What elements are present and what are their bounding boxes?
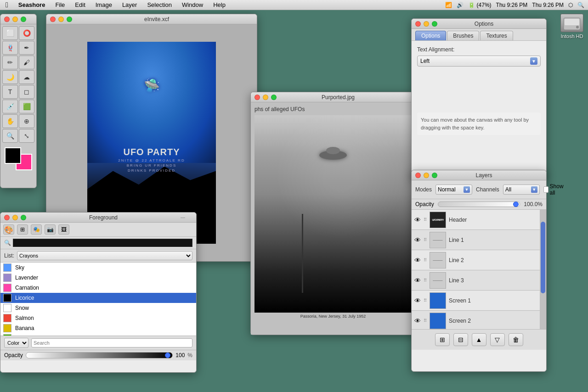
layers-scrollbar[interactable] — [540, 210, 546, 329]
handle-icon: ⠿ — [424, 278, 427, 283]
move-down-button[interactable]: ▽ — [490, 333, 505, 346]
menu-window[interactable]: Window — [180, 1, 205, 8]
tool-burn[interactable]: 🌙 — [2, 70, 18, 84]
menu-selection[interactable]: Selection — [145, 1, 173, 8]
tool-transform[interactable]: ⊕ — [19, 114, 34, 128]
menu-file[interactable]: File — [53, 1, 67, 8]
menu-help[interactable]: Help — [211, 1, 227, 8]
layer-item[interactable]: 👁 ⠿ Screen 2 — [412, 311, 546, 329]
hd-icon[interactable]: Intosh HD — [560, 14, 583, 39]
maximize-button[interactable] — [432, 21, 437, 27]
dropdown-arrow-icon: ▼ — [530, 57, 537, 65]
color-search-box[interactable] — [31, 338, 192, 347]
tool-zoom[interactable]: 🔍 — [2, 129, 18, 143]
tab-textures[interactable]: Textures — [480, 31, 513, 40]
list-item[interactable]: Sky — [0, 263, 196, 273]
duplicate-layer-button[interactable]: ⊟ — [453, 333, 468, 346]
list-item[interactable]: Snow — [0, 303, 196, 313]
add-layer-button[interactable]: ⊞ — [435, 333, 450, 346]
layer-item[interactable]: 👁 ⠿ Screen 1 — [412, 291, 546, 311]
modes-dropdown[interactable]: Normal ▼ — [435, 185, 472, 195]
minimize-button[interactable] — [12, 215, 18, 220]
minimize-button[interactable] — [263, 95, 268, 100]
foreground-color-swatch[interactable] — [5, 147, 21, 164]
eye-icon[interactable]: 👁 — [414, 297, 421, 304]
layer-item[interactable]: 👁 ⠿ UFO PARTY Header — [412, 210, 546, 230]
apple-menu[interactable]:  — [4, 1, 10, 9]
bluetooth-icon: ⬡ — [568, 2, 573, 8]
list-item[interactable]: Lavender — [0, 273, 196, 283]
tool-crop[interactable]: ⤡ — [19, 129, 34, 143]
color-name: Banana — [15, 325, 34, 331]
color-name: Carnation — [15, 285, 39, 291]
maximize-button[interactable] — [67, 17, 72, 22]
list-select[interactable]: Crayons Web Safe Custom — [17, 251, 192, 260]
layer-item[interactable]: 👁 ⠿ ───── Line 1 — [412, 230, 546, 250]
tool-lasso[interactable]: 🪢 — [2, 41, 18, 55]
alignment-dropdown[interactable]: Left ▼ — [417, 56, 541, 67]
close-button[interactable] — [415, 21, 421, 27]
list-item[interactable]: Salmon — [0, 313, 196, 323]
menu-image[interactable]: Image — [94, 1, 114, 8]
menu-edit[interactable]: Edit — [73, 1, 87, 8]
tool-fill[interactable]: 🟩 — [19, 100, 34, 113]
list-item[interactable]: Carnation — [0, 283, 196, 293]
close-button[interactable] — [4, 215, 10, 220]
tool-freehand[interactable]: ✒ — [19, 41, 34, 55]
eye-icon[interactable]: 👁 — [414, 216, 421, 224]
tool-move[interactable]: ✋ — [2, 114, 18, 128]
tool-rect-select[interactable]: ⬜ — [2, 26, 18, 40]
svg-rect-1 — [565, 19, 579, 25]
minimize-button[interactable] — [58, 17, 64, 22]
spectrum-button[interactable]: 🖼 — [58, 224, 69, 235]
color-mode-select[interactable]: Color HEX — [4, 338, 28, 348]
maximize-button[interactable] — [432, 173, 437, 178]
color-search-input[interactable] — [13, 239, 192, 247]
tool-pencil[interactable]: ✏ — [2, 56, 18, 69]
maximize-button[interactable] — [21, 17, 26, 22]
sliders-button[interactable]: ⊞ — [17, 224, 28, 235]
layer-item[interactable]: 👁 ⠿ ───── Line 2 — [412, 250, 546, 270]
menu-layer[interactable]: Layer — [120, 1, 139, 8]
menu-seashore[interactable]: Seashore — [17, 1, 47, 8]
eye-icon[interactable]: 👁 — [414, 236, 421, 244]
maximize-button[interactable] — [271, 95, 277, 100]
color-wheel-button[interactable]: 🎨 — [3, 224, 14, 235]
spotlight-icon[interactable]: 🔍 — [577, 2, 584, 8]
close-button[interactable] — [254, 95, 260, 100]
palette-button[interactable]: 🎭 — [31, 224, 42, 235]
close-button[interactable] — [415, 173, 421, 178]
tool-text[interactable]: T — [2, 85, 18, 99]
opacity-thumb — [513, 202, 519, 207]
tool-eyedropper[interactable]: 💉 — [2, 100, 18, 113]
tool-ellipse-select[interactable]: ⭕ — [19, 26, 34, 40]
show-all-checkbox[interactable]: Show all — [543, 183, 565, 196]
layer-thumbnail: ───── — [430, 252, 446, 269]
eye-icon[interactable]: 👁 — [414, 317, 421, 325]
tab-brushes[interactable]: Brushes — [447, 31, 479, 40]
crayons-button[interactable]: 📷 — [45, 224, 56, 235]
close-button[interactable] — [50, 17, 56, 22]
tool-brush[interactable]: 🖌 — [19, 56, 34, 69]
move-up-button[interactable]: ▲ — [472, 333, 486, 346]
tab-options[interactable]: Options — [415, 31, 446, 40]
close-button[interactable] — [4, 17, 10, 22]
eye-icon[interactable]: 👁 — [414, 257, 421, 264]
list-item-selected[interactable]: Licorice — [0, 293, 196, 303]
poster-line2: BRING UR FRIENDS — [87, 163, 216, 168]
opacity-slider[interactable] — [26, 352, 173, 358]
collapse-button[interactable]: — — [181, 215, 192, 220]
minimize-button[interactable] — [424, 21, 429, 27]
opacity-slider[interactable] — [438, 202, 520, 207]
channels-dropdown[interactable]: All ▼ — [503, 185, 540, 195]
list-item[interactable]: Banana — [0, 323, 196, 333]
eye-icon[interactable]: 👁 — [414, 277, 421, 284]
delete-layer-button[interactable]: 🗑 — [509, 333, 523, 346]
minimize-button[interactable] — [424, 173, 429, 178]
layer-item[interactable]: 👁 ⠿ ───── Line 3 — [412, 270, 546, 291]
minimize-button[interactable] — [12, 17, 18, 22]
tool-smudge[interactable]: ☁ — [19, 70, 34, 84]
fg-opacity-row: Opacity 100 % — [0, 350, 196, 360]
maximize-button[interactable] — [21, 215, 26, 220]
tool-eraser[interactable]: ◻ — [19, 85, 34, 99]
